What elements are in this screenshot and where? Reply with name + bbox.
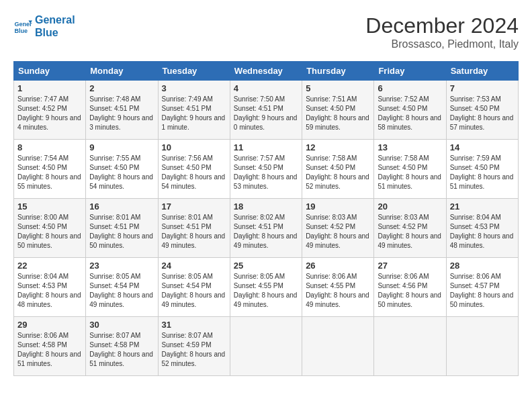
- calendar-cell: 18 Sunrise: 8:02 AMSunset: 4:51 PMDaylig…: [230, 199, 302, 258]
- day-number: 26: [306, 261, 370, 271]
- calendar-cell: 31 Sunrise: 8:07 AMSunset: 4:59 PMDaylig…: [158, 317, 230, 376]
- day-info: Sunrise: 7:47 AMSunset: 4:52 PMDaylight:…: [17, 95, 82, 132]
- day-info: Sunrise: 7:50 AMSunset: 4:51 PMDaylight:…: [234, 95, 298, 132]
- calendar-cell: [374, 317, 446, 376]
- day-number: 7: [450, 83, 515, 93]
- day-info: Sunrise: 8:00 AMSunset: 4:50 PMDaylight:…: [17, 213, 82, 250]
- day-number: 23: [89, 261, 154, 271]
- calendar-cell: 23 Sunrise: 8:05 AMSunset: 4:54 PMDaylig…: [86, 258, 158, 317]
- day-header-wednesday: Wednesday: [230, 62, 302, 81]
- logo-icon: General Blue: [13, 17, 32, 36]
- calendar-week-row: 29 Sunrise: 8:06 AMSunset: 4:58 PMDaylig…: [14, 317, 519, 376]
- day-info: Sunrise: 8:06 AMSunset: 4:56 PMDaylight:…: [378, 272, 442, 310]
- calendar-cell: 29 Sunrise: 8:06 AMSunset: 4:58 PMDaylig…: [14, 317, 86, 376]
- day-number: 21: [450, 201, 515, 212]
- day-info: Sunrise: 8:03 AMSunset: 4:52 PMDaylight:…: [306, 213, 370, 250]
- day-info: Sunrise: 7:48 AMSunset: 4:51 PMDaylight:…: [89, 95, 154, 132]
- day-number: 12: [306, 142, 370, 152]
- day-info: Sunrise: 7:55 AMSunset: 4:50 PMDaylight:…: [89, 154, 154, 191]
- svg-text:Blue: Blue: [14, 28, 28, 34]
- page-header: General Blue General Blue December 2024 …: [13, 13, 519, 50]
- day-info: Sunrise: 7:57 AMSunset: 4:50 PMDaylight:…: [234, 154, 298, 191]
- calendar-cell: 10 Sunrise: 7:56 AMSunset: 4:50 PMDaylig…: [158, 140, 230, 199]
- day-number: 3: [162, 83, 226, 93]
- day-info: Sunrise: 8:01 AMSunset: 4:51 PMDaylight:…: [162, 213, 226, 250]
- calendar-cell: 26 Sunrise: 8:06 AMSunset: 4:55 PMDaylig…: [302, 258, 374, 317]
- location: Brossasco, Piedmont, Italy: [365, 38, 519, 50]
- calendar-cell: 2 Sunrise: 7:48 AMSunset: 4:51 PMDayligh…: [86, 81, 158, 140]
- day-number: 13: [378, 142, 442, 152]
- day-info: Sunrise: 7:51 AMSunset: 4:50 PMDaylight:…: [306, 95, 370, 132]
- calendar-cell: 14 Sunrise: 7:59 AMSunset: 4:50 PMDaylig…: [446, 140, 518, 199]
- day-info: Sunrise: 7:58 AMSunset: 4:50 PMDaylight:…: [378, 154, 442, 191]
- day-info: Sunrise: 8:05 AMSunset: 4:54 PMDaylight:…: [89, 272, 154, 310]
- calendar-cell: 6 Sunrise: 7:52 AMSunset: 4:50 PMDayligh…: [374, 81, 446, 140]
- day-info: Sunrise: 8:03 AMSunset: 4:52 PMDaylight:…: [378, 213, 442, 250]
- calendar-cell: [230, 317, 302, 376]
- day-header-saturday: Saturday: [446, 62, 518, 81]
- day-number: 18: [234, 201, 298, 212]
- day-number: 24: [162, 261, 226, 271]
- calendar-table: SundayMondayTuesdayWednesdayThursdayFrid…: [13, 61, 519, 376]
- calendar-cell: 11 Sunrise: 7:57 AMSunset: 4:50 PMDaylig…: [230, 140, 302, 199]
- day-header-sunday: Sunday: [14, 62, 86, 81]
- logo: General Blue General Blue: [13, 13, 75, 39]
- calendar-cell: 8 Sunrise: 7:54 AMSunset: 4:50 PMDayligh…: [14, 140, 86, 199]
- day-number: 11: [234, 142, 298, 152]
- day-number: 27: [378, 261, 442, 271]
- day-number: 9: [89, 142, 154, 152]
- calendar-cell: 25 Sunrise: 8:05 AMSunset: 4:55 PMDaylig…: [230, 258, 302, 317]
- day-header-monday: Monday: [86, 62, 158, 81]
- day-info: Sunrise: 8:01 AMSunset: 4:51 PMDaylight:…: [89, 213, 154, 250]
- calendar-cell: 7 Sunrise: 7:53 AMSunset: 4:50 PMDayligh…: [446, 81, 518, 140]
- calendar-cell: 12 Sunrise: 7:58 AMSunset: 4:50 PMDaylig…: [302, 140, 374, 199]
- day-info: Sunrise: 7:54 AMSunset: 4:50 PMDaylight:…: [17, 154, 82, 191]
- calendar-cell: 24 Sunrise: 8:05 AMSunset: 4:54 PMDaylig…: [158, 258, 230, 317]
- day-info: Sunrise: 8:05 AMSunset: 4:55 PMDaylight:…: [234, 272, 298, 310]
- day-number: 5: [306, 83, 370, 93]
- day-header-tuesday: Tuesday: [158, 62, 230, 81]
- day-number: 16: [89, 201, 154, 212]
- calendar-cell: 17 Sunrise: 8:01 AMSunset: 4:51 PMDaylig…: [158, 199, 230, 258]
- calendar-cell: 3 Sunrise: 7:49 AMSunset: 4:51 PMDayligh…: [158, 81, 230, 140]
- day-info: Sunrise: 7:59 AMSunset: 4:50 PMDaylight:…: [450, 154, 515, 191]
- calendar-cell: [446, 317, 518, 376]
- calendar-cell: 1 Sunrise: 7:47 AMSunset: 4:52 PMDayligh…: [14, 81, 86, 140]
- title-block: December 2024 Brossasco, Piedmont, Italy: [365, 13, 519, 50]
- day-info: Sunrise: 7:49 AMSunset: 4:51 PMDaylight:…: [162, 95, 226, 132]
- calendar-cell: 30 Sunrise: 8:07 AMSunset: 4:58 PMDaylig…: [86, 317, 158, 376]
- day-number: 2: [89, 83, 154, 93]
- day-info: Sunrise: 7:52 AMSunset: 4:50 PMDaylight:…: [378, 95, 442, 132]
- calendar-header-row: SundayMondayTuesdayWednesdayThursdayFrid…: [14, 62, 519, 81]
- calendar-week-row: 15 Sunrise: 8:00 AMSunset: 4:50 PMDaylig…: [14, 199, 519, 258]
- calendar-cell: [302, 317, 374, 376]
- logo-line1: General: [35, 13, 75, 26]
- day-number: 1: [17, 83, 82, 93]
- day-number: 6: [378, 83, 442, 93]
- calendar-cell: 27 Sunrise: 8:06 AMSunset: 4:56 PMDaylig…: [374, 258, 446, 317]
- calendar-cell: 5 Sunrise: 7:51 AMSunset: 4:50 PMDayligh…: [302, 81, 374, 140]
- calendar-week-row: 1 Sunrise: 7:47 AMSunset: 4:52 PMDayligh…: [14, 81, 519, 140]
- day-number: 28: [450, 261, 515, 271]
- day-number: 31: [162, 320, 226, 330]
- calendar-cell: 21 Sunrise: 8:04 AMSunset: 4:53 PMDaylig…: [446, 199, 518, 258]
- day-number: 29: [17, 320, 82, 330]
- day-number: 17: [162, 201, 226, 212]
- calendar-cell: 20 Sunrise: 8:03 AMSunset: 4:52 PMDaylig…: [374, 199, 446, 258]
- calendar-cell: 15 Sunrise: 8:00 AMSunset: 4:50 PMDaylig…: [14, 199, 86, 258]
- calendar-cell: 22 Sunrise: 8:04 AMSunset: 4:53 PMDaylig…: [14, 258, 86, 317]
- calendar-week-row: 8 Sunrise: 7:54 AMSunset: 4:50 PMDayligh…: [14, 140, 519, 199]
- calendar-cell: 13 Sunrise: 7:58 AMSunset: 4:50 PMDaylig…: [374, 140, 446, 199]
- day-info: Sunrise: 8:06 AMSunset: 4:55 PMDaylight:…: [306, 272, 370, 310]
- day-info: Sunrise: 8:02 AMSunset: 4:51 PMDaylight:…: [234, 213, 298, 250]
- calendar-body: 1 Sunrise: 7:47 AMSunset: 4:52 PMDayligh…: [14, 81, 519, 376]
- day-info: Sunrise: 8:05 AMSunset: 4:54 PMDaylight:…: [162, 272, 226, 310]
- day-number: 15: [17, 201, 82, 212]
- day-number: 4: [234, 83, 298, 93]
- day-info: Sunrise: 8:04 AMSunset: 4:53 PMDaylight:…: [450, 213, 515, 250]
- day-number: 14: [450, 142, 515, 152]
- day-number: 30: [89, 320, 154, 330]
- calendar-week-row: 22 Sunrise: 8:04 AMSunset: 4:53 PMDaylig…: [14, 258, 519, 317]
- day-number: 8: [17, 142, 82, 152]
- day-header-thursday: Thursday: [302, 62, 374, 81]
